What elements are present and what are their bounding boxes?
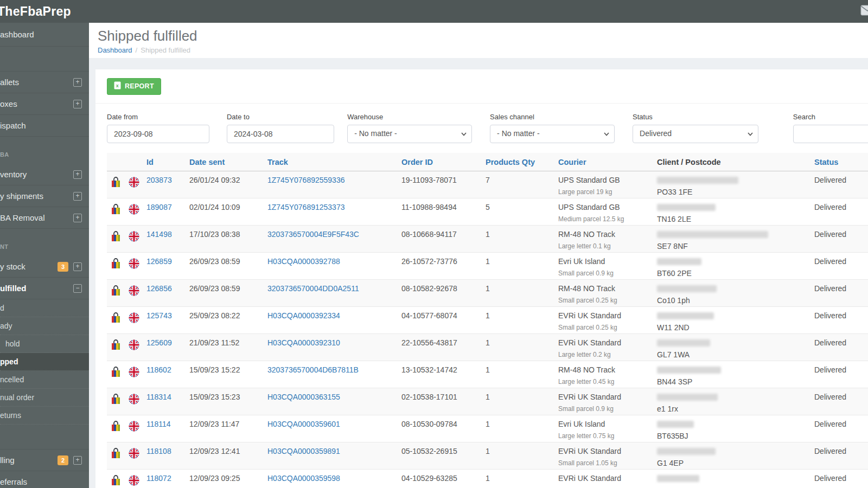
search-input[interactable]: [793, 125, 868, 143]
column-header-order-id[interactable]: Order ID: [401, 158, 486, 166]
tracking-number-link[interactable]: H03CQA0000359891: [267, 447, 340, 455]
sidebar-item-ady[interactable]: ady: [0, 317, 89, 335]
tracking-number-link[interactable]: 3203736570004DD0A2511: [267, 284, 359, 293]
courier-parcel-detail: Small parcel 1.05 kg: [558, 459, 657, 468]
courier-parcel-detail: Large letter 0.2 kg: [558, 350, 657, 359]
shipment-id-link[interactable]: 141498: [146, 230, 172, 239]
sidebar-item-d[interactable]: d: [0, 299, 89, 317]
shipment-id-link[interactable]: 118108: [146, 447, 171, 455]
tracking-number-link[interactable]: 3203736570004D6B7811B: [267, 365, 359, 374]
table-row: 12685926/09/23 08:59H03CQA000039278826-1…: [107, 253, 868, 280]
cell-date-sent: 12/09/23 09:25: [189, 474, 267, 483]
date-to-input[interactable]: [227, 125, 334, 143]
shipment-id-link[interactable]: 189087: [146, 203, 172, 211]
shipment-id-link[interactable]: 203873: [146, 176, 172, 184]
page-header: Shipped fulfilled Dashboard/Shipped fulf…: [89, 23, 868, 58]
shipment-id-link[interactable]: 118314: [146, 393, 171, 401]
status-select[interactable]: Delivered: [633, 125, 758, 143]
cell-products-qty: 1: [486, 365, 558, 375]
uk-flag-icon: [129, 474, 146, 488]
sidebar-section-ba: BA: [0, 137, 89, 164]
shipment-id-link[interactable]: 118114: [146, 420, 171, 428]
sidebar-item-ncelled[interactable]: ncelled: [0, 371, 89, 389]
cell-date-sent: 02/01/24 10:09: [189, 203, 267, 212]
expand-plus-icon[interactable]: +: [73, 170, 82, 179]
tracking-number-link[interactable]: H03CQA0000392788: [267, 257, 340, 266]
cell-track: 3203736570004DD0A2511: [267, 284, 401, 293]
tracking-number-link[interactable]: H03CQA0000359598: [267, 474, 340, 483]
cell-id: 118602: [146, 365, 189, 375]
column-header-id[interactable]: Id: [146, 158, 189, 166]
sidebar-item-pped[interactable]: pped: [0, 353, 89, 371]
sidebar-item-eturns[interactable]: eturns: [0, 407, 89, 425]
sidebar-item-ba-removal[interactable]: BA Removal+: [0, 207, 89, 229]
cell-products-qty: 1: [486, 474, 558, 483]
envelope-icon[interactable]: [860, 5, 868, 18]
tracking-number-link[interactable]: H03CQA0000392334: [267, 311, 340, 320]
shipment-id-link[interactable]: 126859: [146, 257, 172, 266]
column-header-courier[interactable]: Courier: [558, 158, 657, 166]
shopping-bag-icon: [111, 393, 129, 407]
sidebar-item-y-shipments[interactable]: y shipments+: [0, 185, 89, 207]
tracking-number-link[interactable]: 1Z745Y076892559336: [267, 176, 344, 184]
cell-status: Delivered: [814, 338, 868, 348]
expand-plus-icon[interactable]: +: [73, 100, 82, 108]
cell-products-qty: 7: [486, 176, 558, 185]
warehouse-select[interactable]: - No matter -: [347, 125, 472, 143]
sidebar-item-ventory[interactable]: ventory+: [0, 164, 89, 185]
sidebar-item-label: allets: [0, 78, 19, 87]
tracking-number-link[interactable]: H03CQA0000363155: [267, 393, 340, 401]
cell-id: 118108: [146, 447, 189, 456]
collapse-minus-icon[interactable]: −: [73, 284, 82, 293]
shipment-id-link[interactable]: 125609: [146, 338, 172, 347]
sidebar-item-label: ventory: [0, 170, 27, 179]
tracking-number-link[interactable]: 1Z745Y076891253373: [267, 203, 344, 211]
sidebar-item-oxes[interactable]: oxes+: [0, 93, 89, 115]
sidebar-item-lling[interactable]: lling2+: [0, 450, 89, 471]
column-header-products-qty[interactable]: Products Qty: [486, 158, 558, 166]
sidebar-item-eferrals[interactable]: eferrals: [0, 471, 89, 488]
cell-courier: RM-48 NO TrackLarge letter 0.1 kg: [558, 230, 657, 251]
expand-plus-icon[interactable]: +: [73, 214, 82, 222]
sidebar-item-ulfilled[interactable]: ulfilled−: [0, 278, 89, 299]
breadcrumb-dashboard-link[interactable]: Dashboard: [98, 46, 132, 54]
uk-flag-icon: [129, 257, 146, 271]
sidebar-item-hold[interactable]: hold: [0, 335, 89, 353]
sidebar-item-label: pped: [0, 357, 18, 366]
shipment-id-link[interactable]: 126856: [146, 284, 172, 293]
cell-status: Delivered: [814, 393, 868, 402]
date-from-input[interactable]: [107, 125, 209, 143]
expand-plus-icon[interactable]: +: [73, 262, 82, 271]
client-name-redacted: [657, 285, 717, 292]
expand-plus-icon[interactable]: +: [73, 456, 82, 465]
uk-flag-icon: [129, 338, 146, 352]
tracking-number-link[interactable]: H03CQA0000392310: [267, 338, 340, 347]
table-body: 20387326/01/24 09:321Z745Y07689255933619…: [107, 171, 868, 488]
cell-courier: EVRi UK StandardSmall parcel 0.9 kg: [558, 393, 657, 414]
tracking-number-link[interactable]: 3203736570004E9F5F43C: [267, 230, 359, 239]
sidebar-item-ashboard[interactable]: ashboard: [0, 23, 89, 47]
count-badge: 2: [58, 455, 68, 465]
shipment-id-link[interactable]: 118602: [146, 365, 171, 374]
cell-track: H03CQA0000359891: [267, 447, 401, 456]
shipment-id-link[interactable]: 125743: [146, 311, 172, 320]
expand-plus-icon[interactable]: +: [73, 192, 82, 201]
cell-track: H03CQA0000392310: [267, 338, 401, 348]
tracking-number-link[interactable]: H03CQA0000359601: [267, 420, 340, 428]
expand-plus-icon[interactable]: +: [73, 78, 82, 87]
sidebar-item-ispatch[interactable]: ispatch: [0, 115, 89, 137]
column-header-date-sent[interactable]: Date sent: [189, 158, 267, 166]
column-header-track[interactable]: Track: [267, 158, 401, 166]
sidebar-item-allets[interactable]: allets+: [0, 72, 89, 93]
shipment-id-link[interactable]: 118072: [146, 474, 171, 483]
sales-channel-select[interactable]: - No matter -: [490, 125, 615, 143]
app-logo[interactable]: TheFbaPrep: [0, 4, 71, 19]
column-header-status[interactable]: Status: [814, 158, 868, 166]
cell-status: Delivered: [814, 311, 868, 320]
cell-client-postcode: W11 2ND: [657, 311, 814, 332]
sidebar-item-y-stock[interactable]: y stock3+: [0, 256, 89, 278]
sidebar-item-nual-order[interactable]: nual order: [0, 389, 89, 407]
sidebar-item-label: hold: [5, 339, 20, 348]
report-button[interactable]: x REPORT: [107, 78, 161, 95]
client-name-redacted: [657, 421, 694, 428]
